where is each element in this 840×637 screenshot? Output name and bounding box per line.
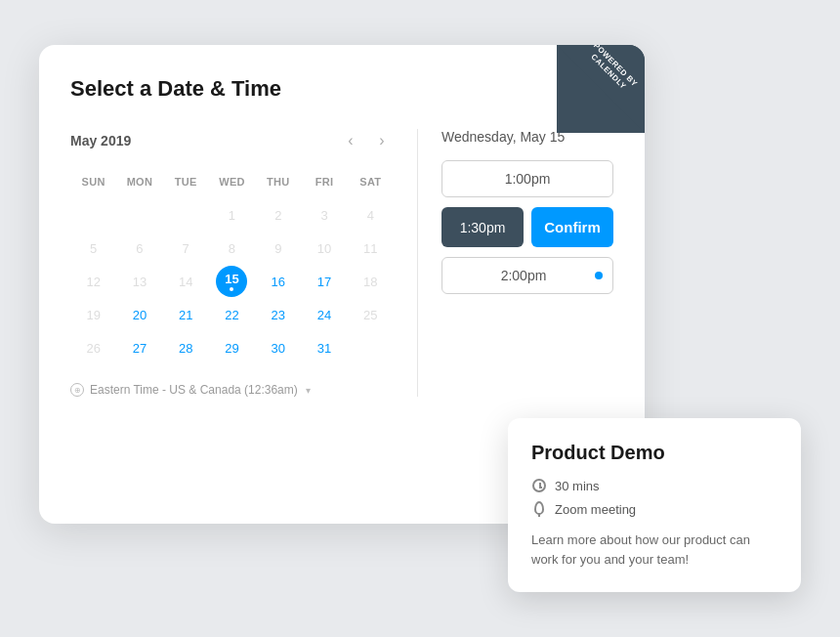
cal-week-4: 19 20 21 22 23 24 25: [70, 299, 394, 330]
weekday-fri: FRI: [301, 172, 347, 191]
calendar-section: May 2019 ‹ › SUN MON TUE WED THU FRI SAT: [70, 129, 418, 397]
cal-day-15[interactable]: 15: [216, 266, 247, 297]
cal-day-2: 2: [263, 199, 294, 231]
cal-day-8: 8: [216, 233, 247, 264]
cal-day-6: 6: [124, 233, 155, 264]
cal-day-9: 9: [263, 233, 294, 264]
weekday-headers: SUN MON TUE WED THU FRI SAT: [70, 172, 394, 191]
timezone-selector[interactable]: ⊕ Eastern Time - US & Canada (12:36am) ▾: [70, 383, 394, 397]
cal-day-24[interactable]: 24: [309, 299, 340, 330]
time-slot-1[interactable]: 1:00pm: [441, 160, 613, 197]
cal-day-26: 26: [78, 332, 109, 363]
cal-day-5: 5: [78, 233, 109, 264]
time-slot-indicator: [595, 272, 603, 279]
demo-duration-row: 30 mins: [531, 478, 777, 493]
time-slot-2-label: 2:00pm: [452, 268, 595, 283]
cal-day-12: 12: [78, 266, 109, 297]
cal-day-empty: [78, 199, 109, 231]
chevron-down-icon: ▾: [306, 385, 311, 396]
cal-week-1: 1 2 3 4: [70, 199, 394, 231]
cal-week-2: 5 6 7 8 9 10 11: [70, 233, 394, 264]
cal-day-10: 10: [309, 233, 340, 264]
time-slot-section: Wednesday, May 15 1:00pm 1:30pm Confirm …: [418, 129, 613, 397]
demo-description: Learn more about how our product can wor…: [531, 531, 777, 569]
prev-month-button[interactable]: ‹: [339, 129, 362, 152]
clock-icon: [531, 478, 547, 493]
demo-duration: 30 mins: [555, 479, 600, 493]
pin-icon: [531, 501, 547, 517]
cal-day-1: 1: [216, 199, 247, 231]
cal-day-20[interactable]: 20: [124, 299, 155, 330]
cal-day-25: 25: [355, 299, 386, 330]
cal-day-29[interactable]: 29: [216, 332, 247, 363]
globe-icon: ⊕: [70, 383, 84, 397]
cal-day-16[interactable]: 16: [263, 266, 294, 297]
demo-meta: 30 mins Zoom meeting: [531, 478, 777, 517]
cal-day-21[interactable]: 21: [170, 299, 201, 330]
calendar-nav: May 2019 ‹ ›: [70, 129, 394, 152]
cal-week-3: 12 13 14 15 16 17 18: [70, 266, 394, 297]
cal-day-7: 7: [170, 233, 201, 264]
confirm-button[interactable]: Confirm: [531, 207, 613, 247]
cal-day-30[interactable]: 30: [263, 332, 294, 363]
weekday-sat: SAT: [348, 172, 394, 191]
timezone-label: Eastern Time - US & Canada (12:36am): [90, 383, 298, 397]
calendly-badge: POWERED BY Calendly: [557, 45, 645, 133]
product-demo-card: Product Demo 30 mins Zoom meeting Learn …: [508, 418, 801, 592]
time-slot-2[interactable]: 2:00pm: [441, 257, 613, 294]
cal-day-28[interactable]: 28: [170, 332, 201, 363]
cal-day-empty: [124, 199, 155, 231]
demo-location: Zoom meeting: [555, 502, 636, 517]
cal-day-22[interactable]: 22: [216, 299, 247, 330]
cal-day-13: 13: [124, 266, 155, 297]
page-title: Select a Date & Time: [70, 76, 613, 102]
calendly-badge-text: POWERED BY Calendly: [583, 45, 639, 97]
demo-title: Product Demo: [531, 442, 777, 464]
calendar-grid: SUN MON TUE WED THU FRI SAT: [70, 172, 394, 363]
cal-day-19: 19: [78, 299, 109, 330]
cal-day-23[interactable]: 23: [263, 299, 294, 330]
cal-day-empty: [355, 332, 386, 363]
cal-day-18: 18: [355, 266, 386, 297]
demo-location-row: Zoom meeting: [531, 501, 777, 517]
weekday-thu: THU: [255, 172, 301, 191]
time-confirm-row: 1:30pm Confirm: [441, 207, 613, 247]
next-month-button[interactable]: ›: [370, 129, 394, 152]
selected-time-button[interactable]: 1:30pm: [441, 207, 524, 247]
cal-day-14: 14: [170, 266, 201, 297]
cal-week-5: 26 27 28 29 30 31: [70, 332, 394, 363]
cal-day-11: 11: [355, 233, 386, 264]
weekday-wed: WED: [209, 172, 255, 191]
cal-day-31[interactable]: 31: [309, 332, 340, 363]
weekday-mon: MON: [116, 172, 162, 191]
weekday-sun: SUN: [70, 172, 116, 191]
month-label: May 2019: [70, 133, 331, 149]
cal-day-4: 4: [355, 199, 386, 231]
cal-day-17[interactable]: 17: [309, 266, 340, 297]
calendar-body: 1 2 3 4 5 6 7 8 9 10: [70, 199, 394, 363]
cal-day-27[interactable]: 27: [124, 332, 155, 363]
weekday-tue: TUE: [163, 172, 209, 191]
cal-day-3: 3: [309, 199, 340, 231]
cal-day-empty: [170, 199, 201, 231]
